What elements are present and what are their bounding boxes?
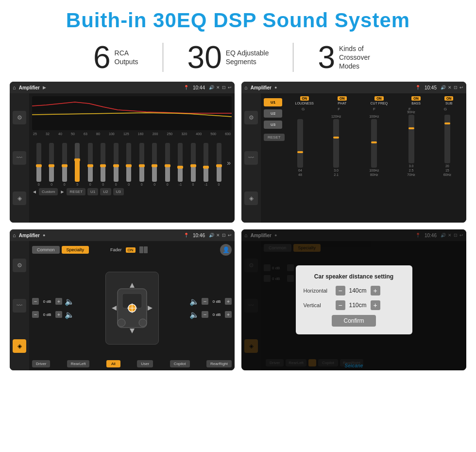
- stat-label-eq: EQ AdjustableSegments: [226, 49, 269, 66]
- expand-icon-fader[interactable]: ⊡: [222, 233, 226, 238]
- minus-btn-3[interactable]: −: [202, 298, 208, 305]
- eq-slider-15[interactable]: 0: [213, 143, 224, 186]
- eq-slider-8[interactable]: 0: [123, 143, 134, 186]
- minus-btn-2[interactable]: −: [32, 311, 39, 318]
- eq-slider-13[interactable]: 0: [187, 143, 199, 186]
- topbar-time-fader: 10:46: [193, 233, 205, 238]
- copilot-btn[interactable]: Copilot: [170, 360, 190, 367]
- u3-preset[interactable]: U3: [264, 121, 282, 129]
- driver-btn[interactable]: Driver: [32, 360, 50, 367]
- eq-slider-7[interactable]: 0: [110, 143, 121, 186]
- topbar-time-amp: 10:45: [425, 85, 437, 90]
- next-icon[interactable]: ►: [60, 189, 65, 194]
- amp-icon-balance[interactable]: ◈: [244, 191, 258, 205]
- fader-on-badge[interactable]: ON: [126, 247, 136, 253]
- eq-icon-settings[interactable]: ⚙: [13, 111, 26, 124]
- horizontal-plus[interactable]: +: [371, 286, 380, 296]
- u1-preset[interactable]: U1: [264, 98, 282, 106]
- close-icon[interactable]: ✕: [216, 85, 220, 90]
- stat-number-eq: 30: [187, 42, 222, 73]
- eq-slider-10[interactable]: 0: [149, 143, 160, 186]
- stat-number-rca: 6: [93, 42, 111, 73]
- phat-slider[interactable]: [333, 119, 339, 168]
- eq-slider-11[interactable]: 0: [162, 143, 173, 186]
- sub-label: SUB: [445, 102, 452, 105]
- cutfreq-on[interactable]: ON: [374, 96, 384, 101]
- eq-slider-5[interactable]: 0: [85, 143, 96, 186]
- u1-btn[interactable]: U1: [87, 188, 98, 195]
- eq-icon-wave[interactable]: 〰: [13, 151, 26, 165]
- bass-slider[interactable]: [408, 115, 414, 163]
- horizontal-label: Horizontal: [304, 288, 333, 294]
- stat-label-crossover: Kinds ofCrossover Modes: [339, 44, 383, 71]
- eq-slider-14[interactable]: -1: [200, 143, 211, 186]
- plus-btn-2[interactable]: +: [55, 311, 62, 318]
- vertical-value: 110cm: [348, 302, 368, 309]
- close-icon-amp[interactable]: ✕: [448, 85, 452, 90]
- user-btn[interactable]: User: [137, 360, 153, 367]
- amp-icon-wave[interactable]: 〰: [244, 151, 258, 165]
- eq-slider-4[interactable]: 5: [71, 143, 83, 186]
- home-icon-fader[interactable]: ⌂: [13, 232, 16, 238]
- vertical-plus[interactable]: +: [371, 300, 380, 310]
- back-icon-fader[interactable]: ↩: [228, 233, 232, 238]
- home-icon[interactable]: ⌂: [13, 85, 16, 90]
- eq-slider-3[interactable]: 0: [59, 143, 70, 186]
- phat-label: PHAT: [338, 102, 346, 105]
- cutfreq-slider[interactable]: [371, 119, 377, 168]
- vertical-minus[interactable]: −: [336, 300, 345, 310]
- eq-slider-1[interactable]: 0: [33, 143, 44, 186]
- plus-btn-4[interactable]: +: [225, 311, 232, 318]
- all-btn[interactable]: All: [106, 360, 120, 367]
- u2-btn[interactable]: U2: [100, 188, 111, 195]
- eq-slider-9[interactable]: 0: [136, 143, 147, 186]
- screen-fader: ⌂ Amplifier ● 📍 10:46 🔊 ✕ ⊡ ↩ ⚙ 〰 ◈ Comm…: [10, 229, 235, 370]
- fader-icon-settings[interactable]: ⚙: [13, 259, 26, 272]
- fader-icon-balance[interactable]: ◈: [13, 339, 26, 353]
- specialty-tab[interactable]: Specialty: [62, 246, 89, 254]
- amp-reset-btn[interactable]: RESET: [264, 134, 285, 141]
- common-tab[interactable]: Common: [32, 246, 60, 254]
- eq-slider-2[interactable]: 0: [46, 143, 57, 186]
- speaker-icon-amp: 🔊: [441, 85, 446, 90]
- eq-slider-6[interactable]: 0: [97, 143, 108, 186]
- eq-sliders: 0 0 0 5 0: [32, 138, 232, 186]
- speaker-right-2: 🔈: [189, 310, 199, 319]
- loudness-slider[interactable]: [297, 119, 303, 168]
- rearleft-btn[interactable]: RearLeft: [67, 360, 90, 367]
- sub-slider[interactable]: [444, 115, 450, 163]
- u3-btn[interactable]: U3: [113, 188, 124, 195]
- amp-icon-settings[interactable]: ⚙: [244, 111, 258, 124]
- loudness-on[interactable]: ON: [300, 96, 309, 101]
- db-val-2: 0 dB: [40, 313, 54, 317]
- plus-btn-1[interactable]: +: [55, 298, 62, 305]
- record-icon-fader: ●: [43, 233, 45, 238]
- expand-icon[interactable]: ⊡: [222, 85, 226, 90]
- speaker-right-1: 🔈: [189, 297, 199, 306]
- phat-on[interactable]: ON: [338, 96, 347, 101]
- eq-slider-12[interactable]: -1: [174, 143, 186, 186]
- plus-btn-3[interactable]: +: [225, 298, 232, 305]
- rearright-btn[interactable]: RearRight: [206, 360, 232, 367]
- confirm-button[interactable]: Confirm: [332, 315, 375, 327]
- home-icon-amp[interactable]: ⌂: [244, 85, 248, 90]
- horizontal-minus[interactable]: −: [336, 286, 345, 296]
- screen-dialog: ⌂ Amplifier ● 📍 10:46 🔊 ✕ ⊡ ↩ ⚙ 〰 ◈ Comm…: [241, 229, 466, 370]
- bass-on[interactable]: ON: [411, 96, 421, 101]
- minus-btn-1[interactable]: −: [32, 298, 39, 305]
- sub-on[interactable]: ON: [444, 96, 454, 101]
- close-icon-fader[interactable]: ✕: [216, 233, 220, 238]
- reset-btn[interactable]: RESET: [67, 188, 85, 195]
- play-icon-small: ▶: [43, 85, 46, 90]
- eq-icon-balance[interactable]: ◈: [13, 191, 26, 205]
- expand-icon-amp[interactable]: ⊡: [454, 85, 458, 90]
- prev-icon[interactable]: ◄: [32, 189, 37, 194]
- fader-icon-wave[interactable]: 〰: [13, 299, 26, 313]
- screenshots-grid: ⌂ Amplifier ▶ 📍 10:44 🔊 ✕ ⊡ ↩ ⚙ 〰 ◈: [0, 82, 476, 375]
- back-icon[interactable]: ↩: [228, 85, 232, 90]
- back-icon-amp[interactable]: ↩: [459, 85, 463, 90]
- u2-preset[interactable]: U2: [264, 109, 282, 118]
- dialog-horizontal-row: Horizontal − 140cm +: [304, 286, 405, 296]
- scroll-right-icon[interactable]: »: [227, 159, 231, 167]
- minus-btn-4[interactable]: −: [202, 311, 208, 318]
